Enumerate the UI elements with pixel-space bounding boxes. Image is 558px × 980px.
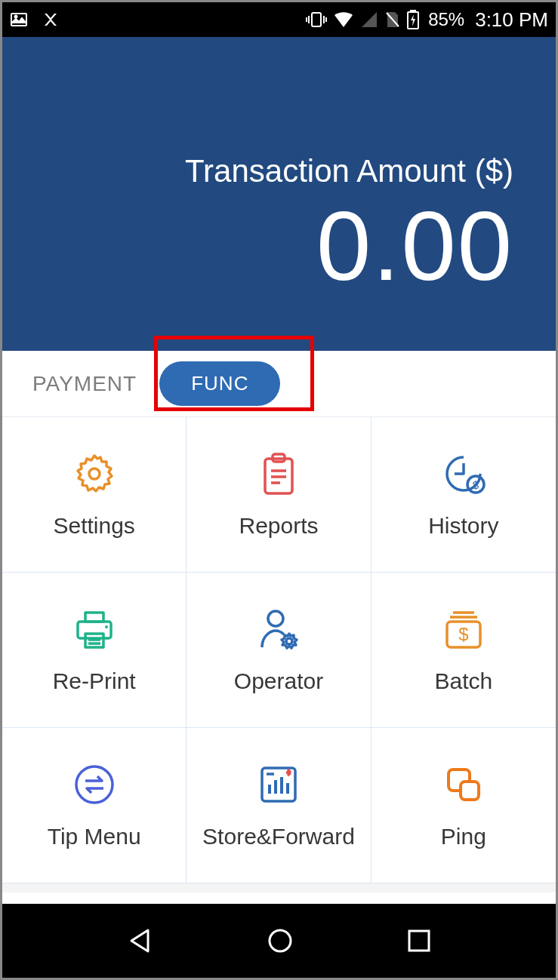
- grid-label: Re-Print: [53, 668, 136, 694]
- chart-box-icon: [256, 762, 301, 810]
- grid-label: Reports: [239, 513, 318, 539]
- grid-item-batch[interactable]: $ Batch: [371, 573, 556, 728]
- squares-icon: [441, 762, 486, 810]
- clipboard-icon: [256, 451, 301, 499]
- svg-text:$: $: [473, 478, 479, 491]
- svg-rect-11: [85, 613, 103, 622]
- signal-icon: [360, 11, 378, 29]
- svg-text:$: $: [458, 624, 468, 644]
- vibrate-icon: [306, 11, 327, 29]
- grid-item-reprint[interactable]: Re-Print: [2, 573, 187, 728]
- grid-item-tipmenu[interactable]: Tip Menu: [2, 728, 187, 883]
- battery-percentage: 85%: [428, 9, 464, 30]
- svg-rect-10: [78, 622, 111, 638]
- clock-dollar-icon: $: [441, 451, 486, 499]
- amount-value: 0.00: [316, 197, 513, 295]
- svg-point-18: [76, 766, 113, 803]
- nav-home-icon[interactable]: [265, 926, 295, 956]
- grid-item-operator[interactable]: Operator: [187, 573, 371, 728]
- svg-rect-2: [312, 13, 321, 26]
- grid-item-settings[interactable]: Settings: [2, 417, 187, 573]
- svg-point-1: [15, 16, 17, 18]
- grid-item-reports[interactable]: Reports: [187, 417, 371, 573]
- person-gear-icon: [256, 607, 301, 655]
- tab-payment[interactable]: PAYMENT: [25, 372, 144, 396]
- grid-label: Settings: [53, 513, 134, 539]
- svg-point-22: [270, 930, 291, 951]
- app-icon: [42, 11, 60, 29]
- svg-rect-21: [461, 782, 479, 800]
- nav-recent-icon[interactable]: [405, 927, 433, 954]
- grid-label: Tip Menu: [48, 824, 141, 849]
- swap-icon: [72, 762, 117, 810]
- nav-back-icon[interactable]: [125, 926, 156, 956]
- tab-func[interactable]: FUNC: [159, 361, 280, 406]
- function-grid: Settings Reports $: [2, 417, 556, 883]
- image-icon: [10, 11, 28, 29]
- svg-rect-23: [409, 931, 429, 951]
- grid-label: Store&Forward: [202, 824, 355, 849]
- wifi-icon: [333, 11, 354, 29]
- grid-item-history[interactable]: $ History: [371, 417, 556, 573]
- android-nav-bar: [2, 904, 556, 978]
- printer-icon: [72, 607, 117, 655]
- tab-bar: PAYMENT FUNC: [2, 351, 556, 417]
- grid-label: Ping: [441, 824, 486, 849]
- battery-charging-icon: [407, 10, 419, 29]
- svg-point-14: [268, 611, 283, 626]
- gear-icon: [72, 451, 117, 499]
- status-bar: 85% 3:10 PM: [2, 2, 556, 37]
- clock-time: 3:10 PM: [475, 8, 548, 32]
- transaction-header: Transaction Amount ($) 0.00: [2, 37, 556, 351]
- sim-icon: [384, 11, 401, 29]
- svg-point-13: [105, 625, 108, 628]
- grid-item-storeforward[interactable]: Store&Forward: [187, 728, 371, 883]
- grid-label: History: [428, 513, 498, 539]
- amount-label: Transaction Amount ($): [185, 153, 513, 189]
- grid-label: Batch: [434, 668, 492, 694]
- grid-label: Operator: [234, 668, 323, 694]
- svg-point-15: [286, 638, 292, 644]
- money-stack-icon: $: [441, 607, 486, 655]
- svg-point-5: [89, 468, 100, 479]
- grid-item-ping[interactable]: Ping: [371, 728, 556, 883]
- svg-rect-4: [411, 10, 415, 12]
